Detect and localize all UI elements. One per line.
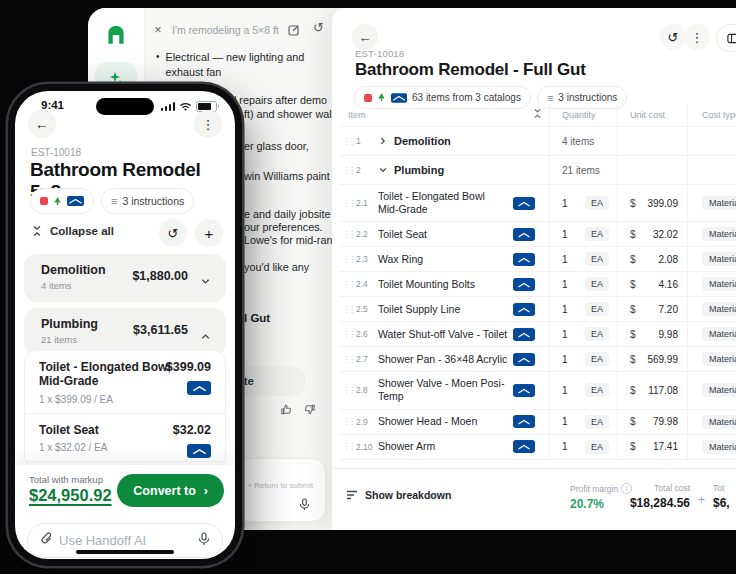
cost-type-badge[interactable]: Material bbox=[702, 227, 736, 241]
cost-type-badge[interactable]: Material bbox=[702, 327, 736, 341]
catalog-icon-red bbox=[40, 197, 48, 205]
catalog-icon-lowes bbox=[391, 93, 407, 103]
chevron-down-icon[interactable] bbox=[200, 273, 211, 291]
drag-handle-icon[interactable]: ⋮⋮ bbox=[342, 199, 356, 208]
collapse-all-button[interactable]: Collapse all bbox=[31, 225, 114, 237]
close-icon[interactable]: × bbox=[150, 22, 166, 38]
collapse-all-icon[interactable] bbox=[532, 108, 543, 121]
row-number: 2.4 bbox=[356, 279, 378, 289]
chat-text-fragment: Lowe's for mid-range bbox=[244, 234, 344, 246]
home-indicator[interactable] bbox=[76, 550, 174, 554]
layout-icon bbox=[727, 33, 736, 44]
cost-type-badge[interactable]: Material bbox=[702, 440, 736, 454]
column-header-item: Item bbox=[340, 104, 549, 126]
item-name: Toilet Seat bbox=[39, 423, 179, 437]
table-row[interactable]: ⋮⋮ 2.4 Toilet Mounting Bolts 1 EA $ 4.16 bbox=[340, 272, 736, 297]
cost-type-badge[interactable]: Material bbox=[702, 415, 736, 429]
kebab-menu-icon[interactable]: ⋮ bbox=[194, 110, 222, 138]
table-row[interactable]: ⋮⋮ 2.5 Toilet Supply Line 1 EA $ 7.20 bbox=[340, 297, 736, 322]
unit-cost-value: 399.09 bbox=[647, 198, 687, 209]
microphone-icon[interactable] bbox=[198, 532, 210, 550]
list-item[interactable]: Toilet - Elongated Bowl Mid-Grade 1 x $3… bbox=[25, 351, 225, 414]
table-row[interactable]: ⋮⋮ 2.9 Shower Head - Moen 1 EA $ 79.98 bbox=[340, 410, 736, 435]
table-row[interactable]: ⋮⋮ 2.10 Shower Arm 1 EA $ 17.41 bbox=[340, 435, 736, 460]
group-card[interactable]: Demolition 4 items $1,880.00 bbox=[24, 254, 226, 302]
chat-text-fragment: our preferences. bbox=[244, 221, 323, 233]
table-group-row[interactable]: ⋮⋮ 1 Demolition 4 items bbox=[340, 127, 736, 156]
convert-to-label: Convert to bbox=[133, 484, 196, 498]
drag-handle-icon[interactable]: ⋮⋮ bbox=[342, 386, 356, 395]
chevron-right-icon: › bbox=[204, 484, 208, 498]
drag-handle-icon[interactable]: ⋮⋮ bbox=[342, 166, 356, 175]
paperclip-icon[interactable] bbox=[40, 532, 53, 550]
unit-cost-value: 2.08 bbox=[659, 254, 687, 265]
drag-handle-icon[interactable]: ⋮⋮ bbox=[342, 417, 356, 426]
handoff-logo[interactable] bbox=[103, 21, 129, 47]
cost-type-badge[interactable]: Material bbox=[702, 252, 736, 266]
drag-handle-icon[interactable]: ⋮⋮ bbox=[342, 255, 356, 264]
drag-handle-icon[interactable]: ⋮⋮ bbox=[342, 355, 356, 364]
add-item-button[interactable]: + bbox=[195, 219, 223, 247]
compose-icon[interactable] bbox=[288, 22, 300, 40]
chevron-down-icon[interactable] bbox=[200, 327, 211, 345]
table-row[interactable]: ⋮⋮ 2.6 Water Shut-off Valve - Toilet 1 E… bbox=[340, 322, 736, 347]
list-item[interactable]: Toilet Seat 1 x $32.02 / EA $32.02 bbox=[25, 414, 225, 462]
item-name: Toilet - Elongated Bowl Mid-Grade bbox=[378, 185, 508, 221]
thumbs-up-icon[interactable] bbox=[280, 402, 293, 420]
list-icon: ≡ bbox=[547, 92, 553, 104]
estimate-link-chip[interactable]: l Gut bbox=[244, 312, 270, 324]
cost-type-badge[interactable]: Material bbox=[702, 383, 736, 397]
drag-handle-icon[interactable]: ⋮⋮ bbox=[342, 442, 356, 451]
table-group-row[interactable]: ⋮⋮ 2 Plumbing 21 items bbox=[340, 156, 736, 185]
total-cost-block: Total cost $18,284.56 bbox=[592, 483, 690, 510]
total-bar: Total with markup $24,950.92 Convert to … bbox=[15, 465, 235, 519]
item-quantity: 1 bbox=[562, 416, 568, 427]
group-card[interactable]: Plumbing 21 items $3,611.65 bbox=[24, 308, 226, 356]
microphone-icon[interactable] bbox=[293, 493, 315, 515]
table-row[interactable]: ⋮⋮ 2.1 Toilet - Elongated Bowl Mid-Grade… bbox=[340, 185, 736, 222]
item-name: Toilet - Elongated Bowl Mid-Grade bbox=[39, 360, 179, 389]
total-value[interactable]: $24,950.92 bbox=[29, 486, 112, 505]
kebab-menu-icon[interactable]: ⋮ bbox=[684, 24, 710, 50]
currency-symbol: $ bbox=[630, 354, 636, 365]
thumbs-down-icon[interactable] bbox=[303, 402, 316, 420]
drag-handle-icon[interactable]: ⋮⋮ bbox=[342, 280, 356, 289]
lowes-badge-icon bbox=[513, 278, 535, 291]
unit-badge: EA bbox=[585, 227, 609, 241]
unit-cost-value: 32.02 bbox=[653, 229, 687, 240]
history-icon[interactable]: ↺ bbox=[313, 20, 324, 35]
drag-handle-icon[interactable]: ⋮⋮ bbox=[342, 305, 356, 314]
table-row[interactable]: ⋮⋮ 2.3 Wax Ring 1 EA $ 2.08 bbox=[340, 247, 736, 272]
table-row[interactable]: ⋮⋮ 2.8 Shower Valve - Moen Posi-Temp 1 E… bbox=[340, 372, 736, 409]
cost-type-badge[interactable]: Material bbox=[702, 352, 736, 366]
table-row[interactable]: ⋮⋮ 2.2 Toilet Seat 1 EA $ 32.02 bbox=[340, 222, 736, 247]
edit-button[interactable]: Ed bbox=[716, 24, 736, 52]
catalogs-pill[interactable] bbox=[30, 188, 94, 214]
chevron-icon[interactable] bbox=[374, 136, 392, 146]
back-button[interactable]: ← bbox=[352, 24, 378, 50]
table-row[interactable]: ⋮⋮ 2.7 Shower Pan - 36×48 Acrylic 1 EA $… bbox=[340, 347, 736, 372]
cost-type-badge[interactable]: Material bbox=[702, 277, 736, 291]
row-number: 2.7 bbox=[356, 354, 378, 364]
row-number: 2.2 bbox=[356, 229, 378, 239]
drag-handle-icon[interactable]: ⋮⋮ bbox=[342, 230, 356, 239]
chevron-icon[interactable] bbox=[378, 161, 388, 179]
cost-type-badge[interactable]: Material bbox=[702, 302, 736, 316]
show-breakdown-button[interactable]: Show breakdown bbox=[346, 489, 451, 501]
back-button[interactable]: ← bbox=[28, 110, 56, 138]
item-quantity: 1 bbox=[562, 329, 568, 340]
unit-badge: EA bbox=[585, 415, 609, 429]
convert-to-button[interactable]: Convert to › bbox=[117, 474, 224, 507]
instructions-pill[interactable]: ≡ 3 instructions bbox=[101, 188, 194, 214]
unit-cost-value: 569.99 bbox=[647, 354, 687, 365]
catalog-icon-red bbox=[364, 94, 372, 102]
drag-handle-icon[interactable]: ⋮⋮ bbox=[342, 330, 356, 339]
cost-type-badge[interactable]: Material bbox=[702, 196, 736, 210]
drag-handle-icon[interactable]: ⋮⋮ bbox=[342, 137, 356, 146]
total-price-block: Tot $6, bbox=[713, 483, 730, 510]
undo-icon[interactable]: ↺ bbox=[660, 24, 686, 50]
total-price-label: Tot bbox=[713, 483, 730, 493]
undo-icon[interactable]: ↺ bbox=[159, 219, 187, 247]
group-name: Plumbing bbox=[41, 317, 98, 331]
phone-screen: 9:41 ← ⋮ EST-10018 Bathroom Remodel 5x8 … bbox=[15, 91, 235, 559]
